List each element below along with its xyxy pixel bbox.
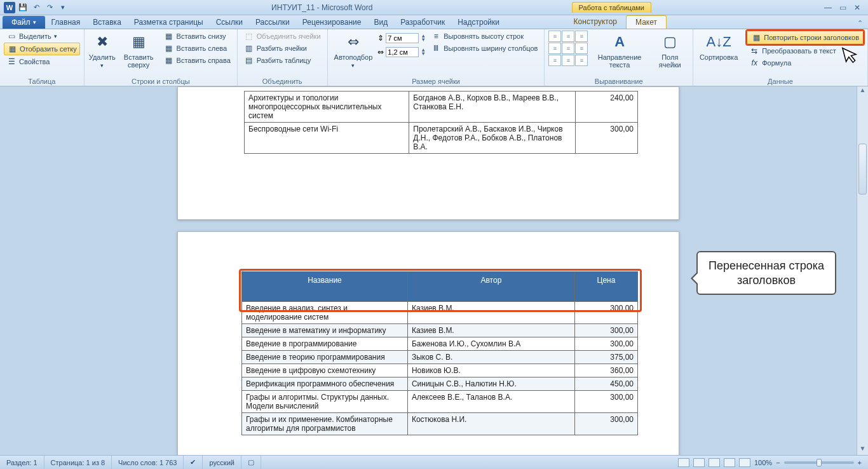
view-print-layout[interactable] (678, 458, 689, 467)
table-row[interactable]: Верификация программного обеспеченияСини… (242, 377, 638, 391)
scroll-down-icon[interactable]: ▼ (857, 445, 868, 455)
page-1: Архитектуры и топологии многопроцессорны… (177, 86, 679, 220)
text-direction-button[interactable]: AНаправление текста (590, 31, 648, 70)
table-row[interactable]: Беспроводные сети Wi-FiПролетарский А.В.… (245, 123, 638, 154)
view-outline[interactable] (724, 458, 735, 467)
tab-insert[interactable]: Вставка (86, 16, 128, 29)
distribute-cols-icon: Ⅲ (431, 43, 441, 53)
grid-icon: ▦ (7, 44, 17, 54)
status-page[interactable]: Страница: 1 из 8 (44, 456, 112, 469)
table-row[interactable]: Архитектуры и топологии многопроцессорны… (245, 92, 638, 123)
convert-icon: ⇆ (749, 46, 759, 56)
tab-references[interactable]: Ссылки (210, 16, 249, 29)
formula-button[interactable]: fxФормула (747, 57, 864, 69)
autofit-button[interactable]: ⇔Автоподбор▾ (332, 31, 376, 70)
zoom-in-button[interactable]: + (858, 459, 862, 466)
header-price: Цена (574, 272, 637, 302)
col-width-spinner[interactable]: ⇔ ▲▼ (377, 47, 426, 57)
insert-right-icon: ▦ (164, 55, 174, 65)
table-row[interactable]: Графы и алгоритмы. Структуры данных. Мод… (242, 391, 638, 413)
row-height-spinner[interactable]: ⇕ ▲▼ (377, 33, 426, 43)
window-controls: — ▭ ✕ (817, 3, 868, 12)
table-page2[interactable]: Название Автор Цена Введение в анализ, с… (241, 271, 638, 435)
cursor-icon: ▭ (6, 31, 17, 41)
insert-left-button[interactable]: ▦Вставить слева (161, 43, 233, 54)
ribbon-tabs: Файл▾ Главная Вставка Разметка страницы … (0, 15, 868, 29)
group-cell-size: ⇔Автоподбор▾ ⇕ ▲▼ ⇔ ▲▼ ≡Выровнять высоту… (328, 29, 545, 86)
table-page1[interactable]: Архитектуры и топологии многопроцессорны… (244, 91, 638, 154)
group-alignment: ≡≡≡ ≡≡≡ ≡≡≡ AНаправление текста ▢Поля яч… (545, 29, 693, 86)
tab-view[interactable]: Вид (367, 16, 394, 29)
sort-button[interactable]: A↓ZСортировка (697, 31, 740, 62)
row-height-input[interactable] (386, 33, 419, 43)
tab-layout[interactable]: Разметка страницы (128, 16, 210, 29)
vertical-scrollbar[interactable]: ▲ ▼ (857, 86, 868, 455)
properties-button[interactable]: ☰Свойства (4, 56, 80, 67)
table-row[interactable]: Введение в цифровую схемотехникуНовиков … (242, 364, 638, 377)
show-gridlines-button[interactable]: ▦Отобразить сетку (4, 43, 80, 55)
zoom-slider[interactable] (784, 461, 854, 464)
undo-icon[interactable]: ↶ (31, 2, 42, 13)
file-tab[interactable]: Файл▾ (3, 16, 45, 29)
table-row[interactable]: Введение в математику и информатикуКазие… (242, 324, 638, 337)
view-fullscreen[interactable] (693, 458, 705, 467)
view-draft[interactable] (739, 458, 750, 467)
scroll-thumb[interactable] (858, 144, 867, 194)
convert-to-text-button[interactable]: ⇆Преобразовать в текст (747, 45, 864, 57)
merge-cells-button[interactable]: ⬚Объединить ячейки (241, 31, 323, 42)
qat-more-icon[interactable]: ▾ (57, 2, 69, 13)
status-bar: Раздел: 1 Страница: 1 из 8 Число слов: 1… (0, 455, 868, 469)
status-language[interactable]: русский (203, 456, 241, 469)
select-button[interactable]: ▭Выделить▾ (4, 31, 80, 42)
distribute-rows-button[interactable]: ≡Выровнять высоту строк (428, 31, 540, 42)
insert-right-button[interactable]: ▦Вставить справа (161, 55, 233, 66)
status-macro[interactable]: ▢ (241, 456, 261, 469)
page-2: Название Автор Цена Введение в анализ, с… (177, 231, 679, 455)
save-icon[interactable]: 💾 (17, 2, 29, 13)
table-row[interactable]: Графы и их применение. Комбинаторные алг… (242, 413, 638, 435)
status-spellcheck[interactable]: ✔ (184, 456, 203, 469)
zoom-out-button[interactable]: − (776, 459, 780, 466)
tab-table-design[interactable]: Конструктор (565, 15, 626, 29)
minimize-ribbon-icon[interactable]: ⌃ (857, 19, 868, 29)
tab-table-layout[interactable]: Макет (626, 15, 667, 29)
close-icon[interactable]: ✕ (854, 3, 860, 12)
titlebar: W 💾 ↶ ↷ ▾ ИНТУИТ_11 - Microsoft Word Раб… (0, 0, 868, 15)
cell-margins-button[interactable]: ▢Поля ячейки (651, 31, 689, 70)
tab-review[interactable]: Рецензирование (296, 16, 368, 29)
maximize-icon[interactable]: ▭ (839, 3, 846, 12)
distribute-cols-button[interactable]: ⅢВыровнять ширину столбцов (428, 43, 540, 54)
status-section[interactable]: Раздел: 1 (0, 456, 44, 469)
table-row[interactable]: Введение в программированиеБаженова И.Ю.… (242, 337, 638, 351)
scroll-up-icon[interactable]: ▲ (857, 86, 868, 97)
zoom-level[interactable]: 100% (754, 459, 772, 466)
col-width-input[interactable] (386, 47, 419, 57)
repeat-header-rows-button[interactable]: ▦Повторить строки заголовков (747, 31, 864, 44)
status-words[interactable]: Число слов: 1 763 (112, 456, 184, 469)
tab-addins[interactable]: Надстройки (451, 16, 506, 29)
delete-button[interactable]: ✖Удалить▾ (88, 31, 116, 70)
insert-above-button[interactable]: ▦Вставить сверху (119, 31, 159, 70)
split-table-icon: ▤ (244, 55, 254, 65)
insert-below-button[interactable]: ▦Вставить снизу (161, 31, 233, 42)
view-web[interactable] (709, 458, 720, 467)
tab-mailings[interactable]: Рассылки (249, 16, 296, 29)
ribbon: ▭Выделить▾ ▦Отобразить сетку ☰Свойства Т… (0, 29, 868, 86)
repeat-header-icon: ▦ (751, 32, 761, 43)
table-row[interactable]: Введение в теорию программированияЗыков … (242, 351, 638, 364)
redo-icon[interactable]: ↷ (44, 2, 55, 13)
table-row[interactable]: Введение в анализ, синтез и моделировани… (242, 302, 638, 324)
document-area[interactable]: Архитектуры и топологии многопроцессорны… (0, 86, 857, 455)
minimize-icon[interactable]: — (824, 3, 832, 12)
group-title-cellsize: Размер ячейки (332, 77, 541, 86)
header-author: Автор (407, 272, 574, 302)
split-cells-button[interactable]: ▥Разбить ячейки (241, 43, 323, 54)
tab-developer[interactable]: Разработчик (394, 16, 451, 29)
quick-access-toolbar: W 💾 ↶ ↷ ▾ (0, 2, 72, 13)
context-tab-title: Работа с таблицами (572, 2, 651, 13)
split-table-button[interactable]: ▤Разбить таблицу (241, 55, 323, 66)
tab-home[interactable]: Главная (45, 16, 87, 29)
alignment-grid[interactable]: ≡≡≡ ≡≡≡ ≡≡≡ (548, 31, 588, 66)
group-title-data: Данные (697, 77, 864, 86)
group-title-rows-cols: Строки и столбцы (88, 77, 233, 86)
